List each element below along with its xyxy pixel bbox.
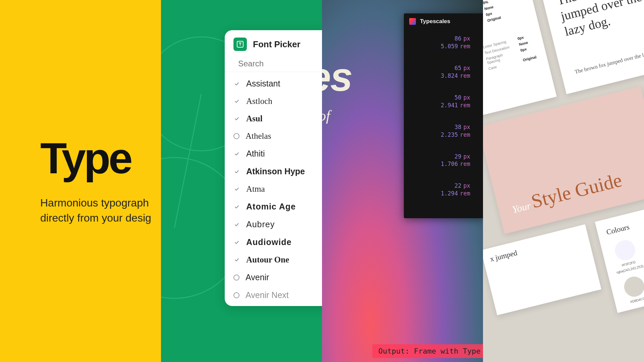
typescale-row: 29px1.706rem [404, 153, 483, 182]
check-icon [233, 115, 240, 122]
card-specimen-fragment: x jumped [483, 224, 601, 315]
check-icon [233, 221, 240, 228]
font-list-item[interactable]: Avenir Next [225, 286, 322, 304]
panel-style-guide: r 1 Letter Spacing0%Text DecorationNoneP… [483, 0, 644, 362]
font-list-item[interactable]: Athelas [225, 127, 322, 145]
radio-unchecked-icon [233, 133, 239, 139]
typescales-header: Typescales [404, 13, 483, 35]
font-name-label: Aubrey [246, 220, 275, 229]
check-icon [233, 168, 240, 175]
check-icon [233, 256, 240, 263]
font-name-label: Athelas [246, 131, 271, 141]
font-name-label: Athiti [246, 149, 265, 159]
font-name-label: Atkinson Hype [246, 167, 305, 176]
check-icon [233, 239, 240, 246]
font-picker-header: Font Picker [225, 30, 322, 55]
font-name-label: Asul [246, 114, 263, 123]
typescale-row: 22px1.294rem [404, 182, 483, 212]
font-name-label: Assistant [246, 79, 280, 88]
check-icon [233, 150, 240, 157]
font-list-item[interactable]: Audiowide [225, 233, 322, 251]
check-icon [233, 80, 240, 87]
specimen-quote-small: The brown fox jumped over the lazy dog. [574, 46, 644, 75]
colour-swatch: #F3F2FDrgba(243,242,253) [609, 237, 644, 274]
style-guide-title: YourStyle Guide [509, 162, 644, 218]
check-icon [233, 186, 240, 192]
font-list-item[interactable]: Avenir [225, 268, 322, 286]
typescales-panel: Typescales 86px5.059rem65px3.824rem50px2… [404, 13, 483, 218]
check-icon [233, 98, 240, 105]
panel-type-hero: Type Harmonious typograph directly from … [0, 0, 161, 362]
typescale-row: 50px2.941rem [404, 94, 483, 123]
header1-meta: Letter Spacing0%Text DecorationNoneParag… [483, 0, 501, 32]
font-name-label: Atomic Age [246, 202, 296, 212]
font-list-item[interactable]: Asul [225, 110, 322, 127]
font-list-item[interactable]: Atma [225, 180, 322, 198]
hero-title: Type [40, 136, 158, 180]
font-list-item[interactable]: Atkinson Hype [225, 163, 322, 180]
font-list[interactable]: AssistantAstlochAsulAthelasAthitiAtkinso… [225, 72, 322, 306]
output-label: Output: Frame with Type [372, 344, 483, 358]
search-input[interactable] [238, 59, 322, 68]
fragment-text: x jumped [489, 232, 582, 263]
hero-fragment-es: es [322, 54, 352, 100]
check-icon [233, 203, 240, 210]
font-list-item[interactable]: Athiti [225, 145, 322, 163]
panel-typescales: es of Typescales 86px5.059rem65px3.824re… [322, 0, 483, 362]
font-name-label: Autour One [246, 255, 289, 264]
colour-swatch: #D8D4CC [619, 274, 644, 305]
font-name-label: Avenir Next [246, 290, 289, 300]
font-list-item[interactable]: Astloch [225, 93, 322, 110]
typescale-row: 86px5.059rem [404, 35, 483, 64]
panel-font-picker: Font Picker AssistantAstlochAsulAthelasA… [161, 0, 322, 362]
card-specimen-quote: The brown fox jumped over the lazy dog. … [539, 0, 644, 94]
swatch-hex: #D8D4CC [630, 297, 644, 304]
hero-subtitle: Harmonious typograph directly from your … [40, 195, 158, 226]
typescales-rows: 86px5.059rem65px3.824rem50px2.941rem38px… [404, 35, 483, 212]
specimen-quote-large: The brown fox jumped over the lazy dog. [555, 0, 644, 40]
typescale-row: 38px2.235rem [404, 123, 483, 153]
font-list-item[interactable]: Autour One [225, 251, 322, 268]
font-picker-icon [233, 38, 247, 51]
font-picker-title: Font Picker [253, 39, 301, 50]
font-picker-search[interactable] [225, 55, 322, 72]
radio-unchecked-icon [233, 292, 239, 298]
typescales-logo-icon [409, 18, 416, 25]
swatch-dot [622, 275, 644, 299]
typescale-row: 65px3.824rem [404, 64, 483, 94]
swatch-rgb: rgba(243,242,253) [616, 264, 644, 275]
font-name-label: Atma [246, 184, 265, 194]
font-list-item[interactable]: Aubrey [225, 216, 322, 233]
font-name-label: Astloch [246, 97, 272, 106]
hero-fragment-of: of [322, 107, 330, 124]
font-picker-popup: Font Picker AssistantAstlochAsulAthelasA… [225, 30, 322, 306]
font-name-label: Audiowide [246, 237, 291, 247]
card-typography-specs: r 1 Letter Spacing0%Text DecorationNoneP… [483, 0, 557, 126]
font-name-label: Avenir [246, 273, 269, 282]
font-list-item[interactable]: Assistant [225, 75, 322, 93]
typescales-title: Typescales [420, 18, 450, 25]
swatch-dot [613, 238, 637, 262]
font-list-item[interactable]: Atomic Age [225, 198, 322, 216]
cards-layer: r 1 Letter Spacing0%Text DecorationNoneP… [483, 0, 644, 362]
radio-unchecked-icon [233, 275, 239, 281]
